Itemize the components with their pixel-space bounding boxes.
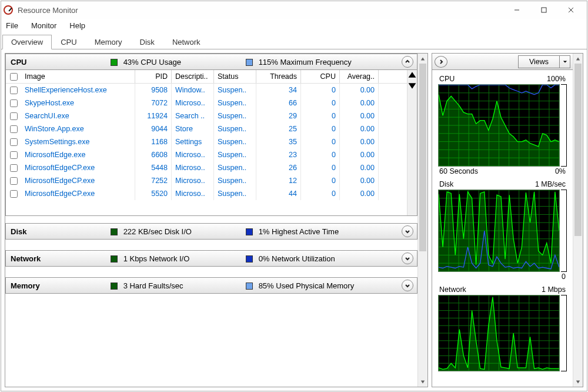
select-all-checkbox[interactable] [10, 73, 18, 81]
window-title: Resource Monitor [18, 6, 503, 15]
memory-used-swatch-icon [246, 283, 253, 290]
row-checkbox[interactable] [10, 190, 18, 198]
network-expand-button[interactable] [402, 253, 413, 264]
maximize-button[interactable] [530, 1, 557, 19]
table-row[interactable]: SystemSettings.exe1168SettingsSuspen..35… [6, 135, 407, 148]
menubar: File Monitor Help [1, 19, 587, 32]
table-row[interactable]: WinStore.App.exe9044StoreSuspen..2500.00 [6, 122, 407, 135]
cell-cpu: 0 [301, 187, 340, 200]
minimize-button[interactable] [503, 1, 530, 19]
cell-image: SkypeHost.exe [21, 97, 135, 109]
disk-active-label: 1% Highest Active Time [259, 227, 339, 236]
process-table-scrollbar[interactable] [407, 70, 417, 215]
cell-description: Search .. [172, 109, 214, 122]
disk-io-swatch-icon [111, 228, 118, 235]
cell-pid: 5448 [135, 161, 172, 174]
cpu-usage-swatch-icon [111, 59, 118, 66]
cell-status: Suspen.. [214, 135, 256, 148]
cell-threads: 35 [256, 135, 301, 148]
views-button[interactable]: Views [518, 55, 570, 68]
app-icon [4, 5, 13, 15]
tab-disk[interactable]: Disk [131, 35, 163, 49]
cell-average: 0.00 [340, 135, 379, 148]
cell-status: Suspen.. [214, 97, 256, 109]
table-row[interactable]: MicrosoftEdgeCP.exe5448Microso..Suspen..… [6, 161, 407, 174]
cell-image: MicrosoftEdge.exe [21, 148, 135, 161]
section-network-header[interactable]: Network 1 Kbps Network I/O 0% Network Ut… [5, 250, 417, 267]
cell-pid: 9508 [135, 84, 172, 97]
cell-pid: 11924 [135, 109, 172, 122]
axis-bracket-icon [561, 84, 567, 167]
network-io-swatch-icon [111, 255, 118, 263]
cell-description: Microso.. [172, 187, 214, 200]
tab-network[interactable]: Network [163, 35, 209, 49]
cpu-freq-swatch-icon [246, 59, 253, 66]
row-checkbox[interactable] [10, 99, 18, 107]
section-cpu-header[interactable]: CPU 43% CPU Usage 115% Maximum Frequency [5, 54, 417, 70]
cell-cpu: 0 [301, 122, 340, 135]
section-disk-header[interactable]: Disk 222 KB/sec Disk I/O 1% Highest Acti… [5, 223, 417, 240]
disk-expand-button[interactable] [402, 225, 413, 237]
graphs-collapse-button[interactable] [435, 56, 447, 68]
cpu-usage-label: 43% CPU Usage [123, 58, 181, 67]
table-row[interactable]: MicrosoftEdge.exe6608Microso..Suspen..23… [6, 148, 407, 161]
row-checkbox[interactable] [10, 87, 18, 94]
table-row[interactable]: ShellExperienceHost.exe9508Window..Suspe… [6, 84, 407, 97]
row-checkbox[interactable] [10, 138, 18, 146]
cell-image: SystemSettings.exe [21, 135, 135, 148]
table-row[interactable]: SkypeHost.exe7072Microso..Suspen..6600.0… [6, 97, 407, 109]
cell-cpu: 0 [301, 135, 340, 148]
col-image[interactable]: Image [25, 72, 131, 81]
cell-pid: 7072 [135, 97, 172, 109]
cell-threads: 34 [256, 84, 301, 97]
col-threads[interactable]: Threads [256, 70, 301, 83]
graph-cpu-canvas [438, 84, 560, 167]
cell-cpu: 0 [301, 161, 340, 174]
col-cpu[interactable]: CPU [301, 70, 340, 83]
cell-description: Microso.. [172, 174, 214, 187]
graphs-scrollbar[interactable] [573, 54, 583, 387]
row-checkbox[interactable] [10, 112, 18, 120]
graph-cpu-max: 100% [547, 75, 566, 83]
graph-disk-xright: 0 [562, 273, 566, 281]
cell-average: 0.00 [340, 148, 379, 161]
section-memory-header[interactable]: Memory 3 Hard Faults/sec 85% Used Physic… [5, 277, 417, 294]
memory-faults-swatch-icon [111, 283, 118, 290]
col-pid[interactable]: PID [135, 70, 172, 83]
views-dropdown-icon[interactable] [559, 56, 570, 68]
graph-cpu: CPU 100% 60 Seconds 0% [438, 74, 567, 178]
graph-network-canvas [438, 295, 560, 371]
network-io-label: 1 Kbps Network I/O [123, 254, 190, 263]
table-header-row: Image PID Descripti.. Status Threads CPU… [6, 70, 407, 84]
col-description[interactable]: Descripti.. [172, 70, 214, 83]
cpu-collapse-button[interactable] [402, 56, 413, 68]
cell-status: Suspen.. [214, 161, 256, 174]
menu-file[interactable]: File [4, 20, 21, 31]
cell-threads: 23 [256, 148, 301, 161]
row-checkbox[interactable] [10, 151, 18, 159]
close-button[interactable] [557, 1, 584, 19]
tab-overview[interactable]: Overview [2, 35, 52, 49]
tab-cpu[interactable]: CPU [52, 35, 85, 49]
cell-pid: 5520 [135, 187, 172, 200]
row-checkbox[interactable] [10, 164, 18, 172]
row-checkbox[interactable] [10, 177, 18, 185]
col-status[interactable]: Status [214, 70, 256, 83]
tab-memory[interactable]: Memory [86, 35, 131, 49]
cell-description: Settings [172, 135, 214, 148]
table-row[interactable]: SearchUI.exe11924Search ..Suspen..2900.0… [6, 109, 407, 122]
graph-disk-title: Disk [439, 180, 453, 188]
cell-average: 0.00 [340, 122, 379, 135]
cell-pid: 1168 [135, 135, 172, 148]
col-average[interactable]: Averag.. [340, 70, 379, 83]
axis-bracket-icon [561, 190, 567, 272]
memory-expand-button[interactable] [402, 280, 413, 291]
overview-scrollbar[interactable] [417, 54, 427, 387]
table-row[interactable]: MicrosoftEdgeCP.exe7252Microso..Suspen..… [6, 174, 407, 187]
menu-monitor[interactable]: Monitor [29, 20, 59, 31]
cell-status: Suspen.. [214, 122, 256, 135]
graph-cpu-title: CPU [439, 75, 455, 83]
menu-help[interactable]: Help [67, 20, 88, 31]
table-row[interactable]: MicrosoftEdgeCP.exe5520Microso..Suspen..… [6, 187, 407, 200]
row-checkbox[interactable] [10, 125, 18, 133]
